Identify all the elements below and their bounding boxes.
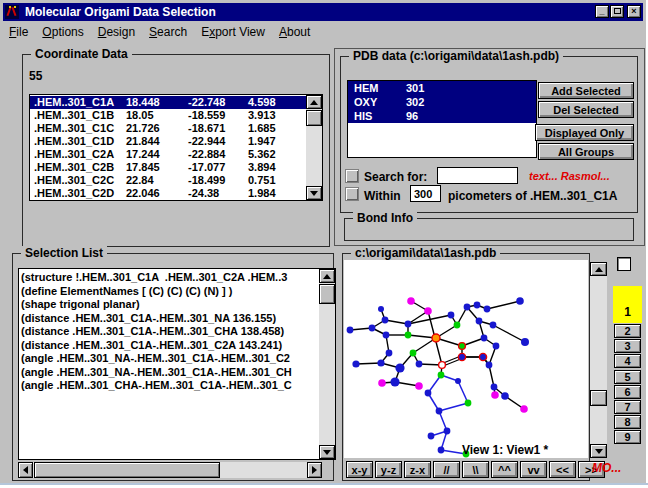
menu-item-file[interactable]: File — [9, 25, 28, 39]
close-button[interactable]: × — [627, 5, 641, 18]
scrollbar-thumb[interactable] — [590, 390, 607, 406]
app-window: Molecular Origami Data Selection _ × Fil… — [0, 0, 646, 483]
scroll-up-icon[interactable] — [319, 269, 335, 283]
scrollbar-thumb[interactable] — [34, 462, 220, 478]
pdb-data-title: PDB data (c:\origami\data\1ash.pdb) — [349, 49, 563, 63]
atom-magenta — [407, 297, 415, 305]
view-lock-checkbox[interactable] — [617, 257, 631, 271]
view-button-2[interactable]: 2 — [614, 324, 641, 338]
view-toolbar-button-zx[interactable]: z-x — [404, 461, 431, 478]
view-toolbar-button-[interactable]: \\ — [462, 461, 489, 478]
view-button-7[interactable]: 7 — [614, 400, 641, 414]
view-button-5[interactable]: 5 — [614, 370, 641, 384]
view-button-8[interactable]: 8 — [614, 415, 641, 429]
view-toolbar-button-yz[interactable]: y-z — [375, 461, 402, 478]
selection-list-item[interactable]: (angle .HEM..301_NA-.HEM..301_C1A-.HEM..… — [19, 352, 317, 366]
selection-list-item[interactable]: (distance .HEM..301_C1A-.HEM..301_C2A 14… — [19, 339, 317, 353]
scrollbar-thumb[interactable] — [306, 110, 322, 126]
pdb-group-row[interactable]: HIS96 — [348, 109, 536, 123]
coordinate-data-title: Coordinate Data — [31, 47, 132, 61]
mo-label[interactable]: MO... — [592, 461, 621, 475]
atom-magenta — [520, 405, 528, 413]
atom-blue — [455, 378, 461, 384]
selection-list-item[interactable]: (shape trigonal planar) — [19, 298, 317, 312]
view-button-9[interactable]: 9 — [614, 430, 641, 444]
selection-list-item[interactable]: (angle .HEM..301_CHA-.HEM..301_C1A-.HEM.… — [19, 379, 317, 393]
atom-green — [438, 372, 445, 379]
coordinate-row[interactable]: .HEM..301_C1A18.448-22.7484.598 — [30, 96, 306, 109]
selection-vscrollbar[interactable] — [319, 269, 335, 459]
atom-blue — [436, 408, 443, 415]
coordinate-row[interactable]: .HEM..301_C1C21.726-18.6711.685 — [30, 122, 306, 135]
scroll-left-icon[interactable] — [18, 462, 33, 478]
coordinate-row[interactable]: .HEM..301_C2A17.244-22.8845.362 — [30, 148, 306, 161]
atom-blue — [416, 361, 423, 368]
selection-list-item[interactable]: (angle .HEM..301_NA-.HEM..301_C1A-.HEM..… — [19, 366, 317, 380]
selection-listbox[interactable]: (structure !.HEM..301_C1A .HEM..301_C2A … — [18, 268, 336, 460]
coordinate-count: 55 — [29, 69, 42, 83]
atom-green — [405, 332, 412, 339]
selection-list-item[interactable]: (distance .HEM..301_C1A-.HEM..301_CHA 13… — [19, 325, 317, 339]
coordinate-row[interactable]: .HEM..301_C1B18.05-18.5593.913 — [30, 109, 306, 122]
pdb-group-row[interactable]: OXY302 — [348, 95, 536, 109]
displayed-only-button[interactable]: Displayed Only — [535, 124, 634, 141]
view-toolbar-button-[interactable]: // — [433, 461, 460, 478]
selection-list-title: Selection List — [21, 246, 107, 260]
restore-button[interactable] — [610, 5, 624, 18]
within-label: Within — [364, 189, 401, 203]
selection-list-item[interactable]: (define ElementNames [ (C) (C) (C) (N) ]… — [19, 285, 317, 299]
view-toolbar-button-xy[interactable]: x-y — [346, 461, 373, 478]
pdb-group-listbox[interactable]: HEM301OXY302HIS96 — [347, 80, 537, 158]
search-for-checkbox[interactable] — [345, 169, 359, 183]
selection-list-item[interactable]: (structure !.HEM..301_C1A .HEM..301_C2A … — [19, 271, 317, 285]
menu-item-about[interactable]: About — [279, 25, 310, 39]
menu-item-export-view[interactable]: Export View — [201, 25, 265, 39]
view-button-1-active[interactable]: 1 — [613, 286, 642, 323]
scroll-down-icon[interactable] — [306, 186, 322, 200]
coordinate-data-group: Coordinate Data 55 .HEM..301_C1A18.448-2… — [22, 54, 330, 247]
coordinate-row[interactable]: .HEM..301_C1D21.844-22.9441.947 — [30, 135, 306, 148]
title-bar[interactable]: Molecular Origami Data Selection _ × — [3, 3, 643, 21]
menu-item-search[interactable]: Search — [149, 25, 187, 39]
view-toolbar-button-[interactable]: << — [549, 461, 576, 478]
add-selected-button[interactable]: Add Selected — [538, 82, 634, 99]
coordinate-scrollbar[interactable] — [306, 95, 322, 200]
scrollbar-thumb[interactable] — [319, 284, 335, 304]
menu-item-options[interactable]: Options — [42, 25, 83, 39]
search-input[interactable] — [437, 167, 518, 184]
atom-blue — [444, 428, 451, 435]
coordinate-row[interactable]: .HEM..301_C2B17.845-17.0773.894 — [30, 161, 306, 174]
coordinate-row[interactable]: .HEM..301_C2D22.046-24.381.984 — [30, 187, 306, 200]
within-distance-input[interactable] — [410, 185, 441, 202]
selection-list-item[interactable]: (distance .HEM..301_C1A-.HEM..301_NA 136… — [19, 312, 317, 326]
view-button-6[interactable]: 6 — [614, 385, 641, 399]
view-toolbar-button-[interactable]: ^^ — [491, 461, 518, 478]
viewer-vscrollbar[interactable] — [590, 262, 607, 458]
scroll-up-icon[interactable] — [306, 95, 322, 109]
scroll-right-icon[interactable] — [307, 462, 322, 478]
atom-blue — [521, 338, 529, 346]
del-selected-button[interactable]: Del Selected — [538, 101, 634, 118]
atom-blue — [378, 306, 384, 312]
menu-item-design[interactable]: Design — [98, 25, 135, 39]
selection-hscrollbar[interactable] — [18, 462, 322, 478]
view-button-4[interactable]: 4 — [614, 354, 641, 368]
atom-blue — [369, 325, 376, 332]
view-button-3[interactable]: 3 — [614, 339, 641, 353]
coordinate-row[interactable]: .HEM..301_C2C22.84-18.4990.751 — [30, 174, 306, 187]
atom-blue — [481, 335, 488, 342]
pdb-group-row[interactable]: HEM301 — [348, 81, 536, 95]
coordinate-listbox[interactable]: .HEM..301_C1A18.448-22.7484.598.HEM..301… — [29, 94, 323, 201]
scroll-down-icon[interactable] — [319, 445, 335, 459]
all-groups-button[interactable]: All Groups — [538, 143, 634, 160]
scroll-up-icon[interactable] — [590, 262, 607, 276]
atom-blue — [516, 297, 524, 305]
view-toolbar-button-vv[interactable]: vv — [520, 461, 547, 478]
scroll-down-icon[interactable] — [590, 444, 607, 458]
minimize-button[interactable]: _ — [595, 5, 609, 18]
atom-blue — [479, 353, 486, 360]
within-checkbox[interactable] — [345, 187, 359, 201]
molecule-view[interactable]: View 1: View1 * — [344, 260, 588, 458]
menu-bar: FileOptionsDesignSearchExport ViewAbout — [3, 22, 643, 42]
molecule-structure — [344, 260, 588, 458]
